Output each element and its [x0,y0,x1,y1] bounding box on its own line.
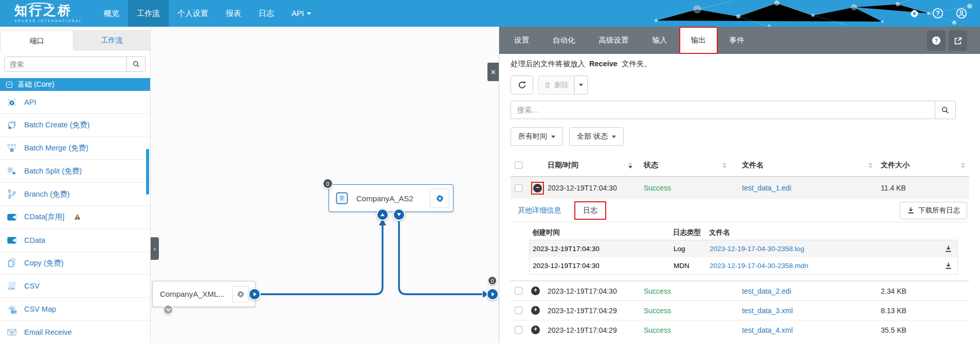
help-icon[interactable]: ? [932,7,944,20]
workflow-node-xml[interactable]: CompanyA_XML... [152,281,256,307]
sidebar-scrollbar-thumb[interactable] [146,149,149,195]
sidebar-search-input[interactable] [4,56,127,72]
status-badge: Success [644,184,671,192]
sidebar-item-label: CSV [24,282,40,290]
account-icon[interactable] [955,7,968,20]
logo-subtitle: ARCESB INTERNATIONAL [14,19,82,23]
files-search-button[interactable] [935,101,956,119]
nav-item-overview[interactable]: 概览 [95,0,128,27]
row-checkbox[interactable] [515,326,522,334]
col-header-datetime[interactable]: 日期/时间 [548,161,578,170]
xml-expand-chevron[interactable] [163,304,173,315]
sort-filename[interactable] [868,162,873,168]
expand-row-button[interactable]: + [531,287,540,295]
expand-row-button[interactable]: + [531,326,540,334]
as2-output-connector[interactable] [393,208,405,221]
log-row: 2023-12-19T17:04:30 Log 2023-12-19-17-04… [530,240,957,257]
sort-status[interactable] [722,162,727,168]
sidebar-item-batch-merge[interactable]: Batch Merge (免费) [0,137,150,160]
as2-queue-badge[interactable]: 0 [322,178,333,189]
node-settings-gear-icon[interactable] [232,286,249,302]
file-link[interactable]: test_data_3.xml [742,307,793,315]
tab-settings[interactable]: 设置 [502,27,541,54]
batch-merge-icon [6,142,17,154]
csv-map-icon: CSV [6,303,17,315]
status-filter-button[interactable]: 全部 状态 [569,127,624,146]
sidebar-item-batch-split[interactable]: Batch Split (免费) [0,160,150,183]
sidebar-item-cdata[interactable]: CData [0,229,150,252]
workflow-node-as2[interactable]: CompanyA_AS2 [329,184,453,212]
tab-ports[interactable]: 端口 [0,30,74,50]
sidebar-item-batch-create[interactable]: Batch Create (免费) [0,114,150,137]
tab-advanced[interactable]: 高级设置 [587,27,641,54]
table-row: + 2023-12-19T17:04:30 Success test_data_… [511,281,969,300]
sidebar-search-button[interactable] [127,56,146,72]
nav-item-api[interactable]: API [283,0,320,27]
nav-item-workflows[interactable]: 工作流 [128,0,169,27]
sidebar-item-csv-map[interactable]: CSV CSV Map [0,298,150,321]
download-icon[interactable] [945,262,952,270]
sort-datetime[interactable] [628,162,632,168]
sidebar-item-csv[interactable]: .CSV CSV [0,275,150,298]
node-settings-gear-icon[interactable] [430,188,449,208]
nav-item-profile[interactable]: 个人设置 [169,0,217,27]
batch-split-icon [6,165,17,177]
log-file-link[interactable]: 2023-12-19-17-04-30-2358.mdn [710,262,808,270]
workflow-canvas[interactable]: ‹ ✕ CompanyA_AS2 0 CompanyA_XML... 0 [150,27,499,343]
section-header-core[interactable]: 基础 (Core) [0,78,150,91]
more-details-link[interactable]: 其他详细信息 [518,206,561,215]
sidebar-item-label: Batch Create (免费) [24,120,89,130]
row-checkbox[interactable] [515,307,522,314]
refresh-icon [518,81,527,89]
panel-help-button[interactable]: ? [927,30,946,51]
logs-tab[interactable]: 日志 [574,201,606,220]
settings-gear-icon[interactable] [908,7,920,20]
tab-output[interactable]: 输出 [679,27,718,54]
panel-content: 处理后的文件将被放入 Receive 文件夹。 删除 所有时间 [499,54,980,343]
tab-events[interactable]: 事件 [718,27,756,54]
panel-close-button[interactable]: ✕ [487,63,499,81]
xml-output-connector[interactable] [248,288,261,300]
sidebar-item-cdata-deprecated[interactable]: CData[弃用] [0,206,150,229]
tab-automation[interactable]: 自动化 [541,27,587,54]
file-link[interactable]: test_data_1.edi [742,184,791,192]
col-header-filename[interactable]: 文件名 [742,161,764,170]
file-link[interactable]: test_data_2.edi [742,287,791,295]
time-filter-button[interactable]: 所有时间 [511,127,563,146]
nav-item-reports[interactable]: 报表 [217,0,250,27]
as2-input-connector[interactable] [376,208,389,221]
file-link[interactable]: test_data_4.xml [742,326,793,334]
row-checkbox[interactable] [515,287,522,295]
sidebar-collapse-handle[interactable]: ‹ [151,237,159,260]
receive-connector[interactable] [486,288,499,300]
tab-input[interactable]: 输入 [641,27,679,54]
download-all-logs-button[interactable]: 下载所有日志 [900,202,967,219]
log-file-link[interactable]: 2023-12-19-17-04-30-2358.log [710,245,804,253]
sidebar-item-api[interactable]: API [0,91,150,114]
col-header-filesize[interactable]: 文件大小 [881,161,910,170]
app-logo[interactable]: 知行之桥 ARCESB INTERNATIONAL [14,2,82,23]
collapse-row-button[interactable]: − [533,184,542,193]
as2-port-icon [336,192,348,204]
delete-dropdown-button[interactable] [574,75,588,94]
sidebar-item-email-receive[interactable]: Email Receive [0,321,150,343]
sort-filesize[interactable] [961,162,965,168]
expand-row-button[interactable]: + [531,306,540,315]
row-checkbox[interactable] [515,184,522,192]
receive-queue-badge[interactable]: 0 [487,276,497,285]
col-header-status[interactable]: 状态 [644,161,658,170]
sidebar-item-copy[interactable]: Copy (免费) [0,252,150,275]
nav-item-logs[interactable]: 日志 [250,0,283,27]
tab-workflows[interactable]: 工作流 [74,30,150,50]
delete-button[interactable]: 删除 [538,75,574,94]
cdata-icon [6,212,17,223]
sidebar-item-branch[interactable]: Branch (免费) [0,183,150,206]
open-external-button[interactable] [949,30,967,51]
chevron-down-icon [612,136,616,138]
search-icon [941,106,949,114]
refresh-button[interactable] [511,75,533,94]
download-icon[interactable] [945,245,952,253]
log-row: 2023-12-19T17:04:30 MDN 2023-12-19-17-04… [530,257,957,274]
files-search-input[interactable] [511,101,935,119]
select-all-checkbox[interactable] [515,161,522,169]
